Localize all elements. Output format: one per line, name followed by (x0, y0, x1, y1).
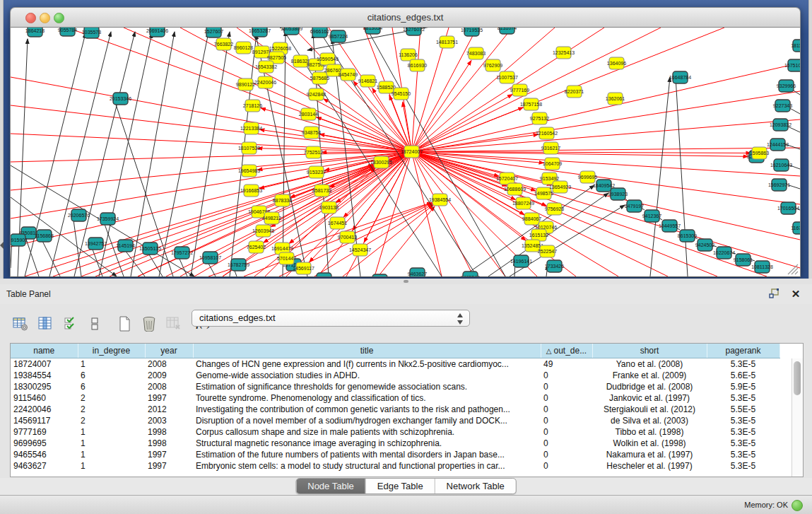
column-header-short[interactable]: short (592, 344, 707, 358)
table-cell: Disruption of a novel member of a sodium… (193, 415, 541, 426)
divider-grip[interactable] (404, 280, 408, 283)
graph-node-label: 4498212 (262, 216, 281, 221)
graph-node-label: 8938923 (608, 192, 628, 197)
table-cell: 0 (541, 415, 592, 426)
table-cell: 9777169 (11, 426, 78, 438)
table-cell: 9699695 (11, 438, 78, 449)
graph-node-label: 9756928 (545, 206, 564, 211)
table-cell: 0 (541, 381, 592, 392)
table-cell: 1 (78, 426, 145, 438)
left-panel-edge (0, 0, 4, 279)
network-window-titlebar[interactable]: citations_edges.txt (10, 7, 801, 28)
graph-node-label: 1145194 (116, 243, 135, 248)
table-cell: 5.3E-5 (707, 415, 779, 426)
table-row[interactable]: 1938455462009Genome-wide association stu… (11, 370, 779, 381)
table-cell: Estimation of the future numbers of pati… (193, 449, 541, 460)
table-row[interactable]: 1830029562008Estimation of significance … (11, 381, 779, 392)
column-header-pagerank[interactable]: pagerank (707, 344, 779, 358)
graph-node-label: 9890122 (236, 82, 255, 87)
graph-node-label: 12325413 (553, 50, 575, 55)
table-cell: Yano et al. (2008) (592, 358, 707, 370)
table-row[interactable]: 946554611997Estimation of the future num… (11, 449, 779, 460)
graph-node-label: 9465546 (461, 275, 480, 276)
table-cell: 1998 (145, 426, 193, 438)
table-row[interactable]: 1872400712008Changes of HCN gene express… (11, 358, 779, 370)
sort-ascending-icon: △ (546, 347, 552, 355)
graph-node-label: 5701447 (277, 256, 296, 261)
column-header-year[interactable]: year (145, 344, 193, 358)
row-chooser-button[interactable] (84, 314, 105, 334)
graph-edge (412, 63, 801, 152)
table-cell: 5.6E-5 (707, 370, 779, 381)
column-header-name[interactable]: name (11, 344, 78, 358)
select-columns-button[interactable] (35, 314, 56, 334)
table-cell: 5.5E-5 (707, 404, 779, 415)
graph-node-label: 9055784 (58, 28, 77, 33)
scrollbar-thumb[interactable] (794, 361, 801, 395)
graph-node-label: 9412367 (642, 214, 661, 218)
table-row[interactable]: 969969511998Structural magnetic resonanc… (11, 438, 779, 449)
graph-node-label: 15751074 (784, 63, 800, 68)
table-cell: 0 (541, 392, 592, 404)
graph-node-label: 1156868 (35, 233, 54, 238)
table-row[interactable]: 977716911998Corpus callosum shape and si… (11, 426, 779, 438)
graph-node-label: 9424502 (695, 243, 714, 247)
graph-node-9850387[interactable] (372, 274, 387, 276)
table-cell: 1 (78, 358, 145, 370)
close-panel-button[interactable]: ✕ (789, 288, 802, 300)
graph-node-label: 1064709 (543, 161, 562, 166)
table-cell: Stergiakouli et al. (2012) (592, 404, 707, 415)
tab-edge-table[interactable]: Edge Table (366, 479, 435, 493)
table-cell: 1997 (145, 449, 193, 460)
network-canvas[interactable]: 1864218905578410355782069140615276071065… (11, 28, 800, 276)
column-header-title[interactable]: title (193, 344, 541, 358)
graph-node-label: 1527607 (204, 29, 223, 34)
table-cell: 0 (541, 426, 592, 438)
graph-node-label: 8131074 (498, 28, 517, 30)
table-row[interactable]: 911546021997Tourette syndrome. Phenomeno… (11, 392, 779, 404)
graph-node-label: 15720407 (496, 176, 518, 181)
table-cell: 2 (78, 415, 145, 426)
graph-node-label: 9153237 (307, 170, 326, 175)
table-cell: 19384554 (11, 370, 78, 381)
table-cell: 6 (78, 370, 145, 381)
column-checklist-button[interactable] (59, 314, 81, 334)
table-cell: 5.3E-5 (707, 392, 779, 404)
table-row[interactable]: 946362711997Embryonic stem cells: a mode… (11, 460, 779, 472)
table-cell: Tibbo et al. (1998) (592, 426, 707, 438)
table-cell: 5.3E-5 (707, 460, 779, 472)
column-header-out_de[interactable]: △out_de... (541, 344, 592, 358)
graph-node-label: 14524347 (349, 247, 371, 252)
graph-node-label: 22420046 (254, 80, 276, 85)
graph-node-label: 9699695 (578, 175, 597, 180)
table-cell: 0 (541, 449, 592, 460)
panel-collapse-handle[interactable] (0, 242, 4, 249)
table-cell: 5.9E-5 (707, 381, 779, 392)
table-row[interactable]: 1456911722003Disruption of a novel membe… (11, 415, 779, 426)
float-panel-button[interactable] (768, 288, 781, 300)
graph-node-label: 9700413 (338, 235, 357, 240)
graph-node-label: 16210643 (770, 163, 792, 168)
table-cell: Estimation of significance thresholds fo… (193, 381, 541, 392)
graph-node-label: 17016504 (777, 206, 799, 211)
table-settings-button[interactable] (10, 314, 31, 334)
tab-node-table[interactable]: Node Table (296, 479, 366, 493)
graph-node-label: 9463627 (408, 271, 427, 276)
graph-node-label: 12160542 (536, 131, 558, 136)
table-cell: 2 (78, 392, 145, 404)
graph-node-label: 9146821 (358, 78, 377, 83)
column-header-in_degree[interactable]: in_degree (78, 344, 145, 358)
graph-node-label: 9242848 (307, 92, 326, 97)
graph-edge (11, 105, 412, 152)
new-column-button[interactable] (114, 314, 135, 334)
table-cell: 2003 (145, 415, 193, 426)
table-selector-dropdown[interactable]: citations_edges.txt (192, 310, 470, 327)
delete-column-button[interactable] (139, 314, 160, 334)
table-cell: 2 (78, 404, 145, 415)
tab-network-table[interactable]: Network Table (435, 479, 516, 493)
graph-node-label: 10688609 (504, 187, 526, 192)
table-row[interactable]: 2242004622012Investigating the contribut… (11, 404, 779, 415)
table-cell: 0 (541, 404, 592, 415)
graph-node-label: 9545150 (392, 91, 411, 96)
table-scrollbar[interactable] (792, 358, 803, 477)
